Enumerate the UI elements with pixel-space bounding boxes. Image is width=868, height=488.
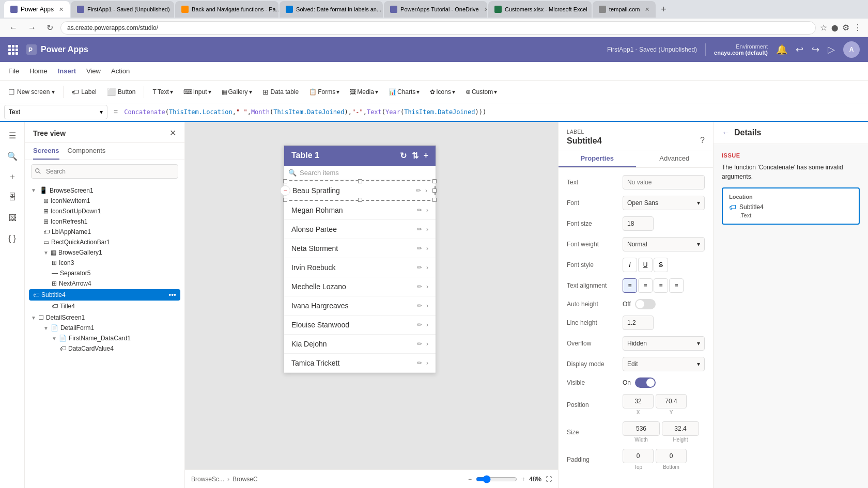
new-tab-button[interactable]: + (657, 4, 671, 15)
fullscreen-button[interactable]: ⛶ (546, 476, 552, 483)
resize-handle-br[interactable] (432, 198, 437, 202)
menu-file[interactable]: File (4, 65, 23, 77)
prop-font-dropdown[interactable]: Open Sans ▾ (623, 196, 705, 210)
media-dropdown[interactable]: 🖼 Media ▾ (346, 86, 382, 98)
strikethrough-btn[interactable]: S (654, 258, 668, 272)
underline-btn[interactable]: U (638, 258, 653, 272)
tree-item-iconRefresh1[interactable]: ⊞ IconRefresh1 (25, 216, 184, 227)
gallery-item-edit-4[interactable]: ✏ (417, 245, 422, 252)
tree-item-rectQuickActionBar1[interactable]: ▭ RectQuickActionBar1 (25, 237, 184, 247)
visible-switch[interactable] (635, 377, 656, 388)
data-table-button[interactable]: ⊞ Data table (258, 86, 303, 98)
tree-item-firstNameDataCard1[interactable]: ▼ 📄 FirstName_DataCard1 (25, 333, 184, 343)
run-icon[interactable]: ▷ (828, 44, 835, 55)
undo-icon[interactable]: ↩ (796, 44, 803, 55)
menu-view[interactable]: View (82, 65, 105, 77)
gallery-item-edit-2[interactable]: ✏ (417, 207, 422, 214)
tree-item-detailForm1[interactable]: ▼ 📄 DetailForm1 (25, 323, 184, 333)
gallery-add-icon[interactable]: + (424, 151, 428, 161)
italic-btn[interactable]: I (623, 258, 637, 272)
gallery-item-6[interactable]: Mechelle Lozano ✏ › (284, 277, 436, 296)
prop-pos-x-input[interactable] (623, 394, 654, 408)
gallery-dropdown[interactable]: ▦ Gallery ▾ (218, 86, 256, 98)
prop-width-input[interactable] (623, 421, 660, 436)
tree-close-button[interactable]: ✕ (169, 128, 176, 138)
browser-tab-3[interactable]: Back and Navigate functions - Pa... ✕ (175, 1, 278, 18)
prop-pos-y-input[interactable] (656, 394, 687, 408)
browser-tab-7[interactable]: tempail.com ✕ (593, 1, 656, 18)
sidebar-tree-icon[interactable]: ☰ (3, 126, 22, 145)
auto-height-switch[interactable] (635, 299, 656, 309)
bookmark-icon[interactable]: ☆ (820, 23, 827, 33)
subtitle4-dots[interactable]: ••• (168, 291, 176, 299)
visible-toggle[interactable]: On (623, 377, 656, 388)
prop-pad-bottom-input[interactable] (656, 449, 687, 463)
tab-close-1[interactable]: ✕ (59, 6, 64, 13)
gallery-item-edit-9[interactable]: ✏ (417, 340, 422, 348)
gallery-item-edit-8[interactable]: ✏ (417, 321, 422, 328)
sidebar-code-icon[interactable]: { } (3, 229, 22, 248)
forward-button[interactable]: → (25, 22, 39, 34)
align-right-btn[interactable]: ≡ (654, 278, 668, 293)
button-button[interactable]: ⬜ Button (103, 86, 140, 98)
resize-handle-tc[interactable] (358, 179, 362, 183)
resize-handle-tl[interactable] (283, 179, 287, 183)
tree-search-input[interactable] (31, 164, 178, 179)
prop-text-input[interactable] (623, 175, 705, 190)
props-help-icon[interactable]: ? (700, 136, 705, 145)
user-avatar[interactable]: A (843, 41, 860, 58)
gallery-item-2[interactable]: Megan Rohman ✏ › (284, 201, 436, 220)
prop-pad-top-input[interactable] (623, 449, 654, 463)
location-item-name[interactable]: Subtitle4 (739, 203, 764, 211)
label-button[interactable]: 🏷 Label (68, 86, 100, 98)
resize-handle-tr[interactable] (432, 179, 437, 183)
tree-item-icon3[interactable]: ⊞ Icon3 (25, 258, 184, 268)
tab-close-7[interactable]: ✕ (645, 6, 649, 13)
resize-handle-bc[interactable] (358, 198, 362, 202)
align-center-btn[interactable]: ≡ (638, 278, 653, 293)
menu-home[interactable]: Home (25, 65, 52, 77)
new-screen-dropdown-icon[interactable]: ▾ (52, 88, 55, 96)
align-left-btn[interactable]: ≡ (623, 278, 637, 293)
tree-tab-screens[interactable]: Screens (33, 147, 59, 160)
auto-height-toggle[interactable]: Off (623, 299, 656, 309)
address-input[interactable] (60, 21, 816, 35)
zoom-slider[interactable] (476, 475, 517, 483)
tree-item-detailScreen1[interactable]: ▼ ☐ DetailScreen1 (25, 312, 184, 323)
tree-item-iconNewItem1[interactable]: ⊞ IconNewItem1 (25, 196, 184, 206)
gallery-widget[interactable]: Table 1 ↻ ⇅ + 🔍 Search items − (284, 145, 436, 373)
browser-tab-4[interactable]: Solved: Date format in labels an... ✕ (280, 1, 383, 18)
prop-overflow-dropdown[interactable]: Hidden ▾ (623, 336, 705, 351)
prop-font-weight-dropdown[interactable]: Normal ▾ (623, 237, 705, 251)
resize-handle-bl[interactable] (283, 198, 287, 202)
menu-action[interactable]: Action (107, 65, 134, 77)
menu-icon[interactable]: ⋮ (854, 23, 862, 33)
resize-handle-mr[interactable] (432, 188, 437, 193)
tree-item-browseGallery1[interactable]: ▼ ▦ BrowseGallery1 (25, 247, 184, 258)
gallery-item-10[interactable]: Tamica Trickett ✏ › (284, 354, 436, 373)
gallery-item-edit-3[interactable]: ✏ (417, 226, 422, 233)
browser-tab-6[interactable]: Customers.xlsx - Microsoft Excel ✕ (488, 1, 592, 18)
gallery-item-edit-5[interactable]: ✏ (417, 264, 422, 271)
input-dropdown[interactable]: ⌨ Input ▾ (179, 86, 215, 98)
prop-font-size-input[interactable] (623, 216, 654, 231)
prop-line-height-input[interactable] (623, 316, 654, 330)
new-screen-button[interactable]: ☐ New screen ▾ (4, 86, 59, 98)
tab-close-5[interactable]: ✕ (484, 6, 487, 13)
gallery-item-8[interactable]: Elouise Stanwood ✏ › (284, 316, 436, 335)
gallery-sort-icon[interactable]: ⇅ (412, 151, 419, 161)
waffle-icon[interactable] (8, 45, 18, 55)
tree-item-lblAppName1[interactable]: 🏷 LblAppName1 (25, 227, 184, 237)
back-button[interactable]: ← (6, 22, 21, 34)
gallery-refresh-icon[interactable]: ↻ (400, 151, 407, 161)
browser-tab-5[interactable]: PowerApps Tutorial - OneDrive ✕ (384, 1, 487, 18)
prop-height-input[interactable] (662, 421, 699, 436)
redo-icon[interactable]: ↪ (812, 44, 819, 55)
forms-dropdown[interactable]: 📋 Forms ▾ (305, 86, 344, 98)
browser-tab-2[interactable]: FirstApp1 - Saved (Unpublished) ✕ (71, 1, 174, 18)
tree-item-subtitle4[interactable]: 🏷 Subtitle4 ••• (29, 289, 180, 301)
custom-dropdown[interactable]: ⊕ Custom ▾ (461, 86, 501, 98)
gallery-item-1[interactable]: − Beau Spratling ✏ › (284, 180, 436, 201)
gallery-item-edit-7[interactable]: ✏ (417, 302, 422, 309)
sidebar-search-icon[interactable]: 🔍 (3, 147, 22, 165)
